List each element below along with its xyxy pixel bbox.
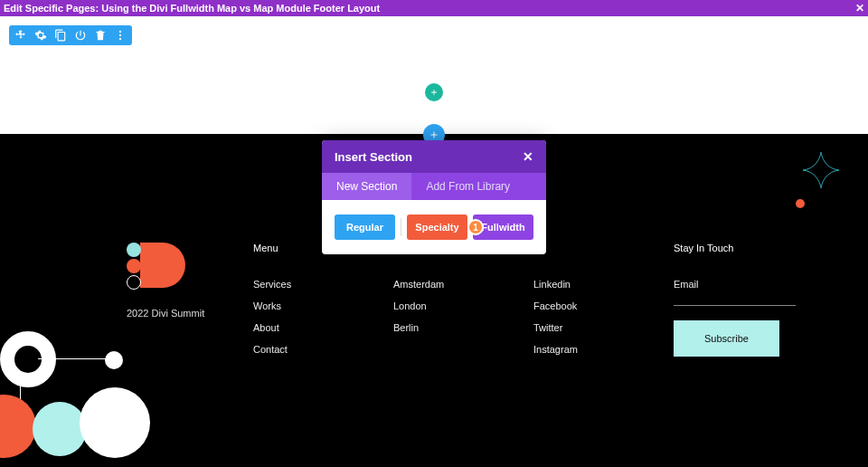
dot-decoration: [796, 199, 805, 208]
section-toolbar: [9, 25, 132, 45]
brand-text: 2022 Divi Summit: [127, 308, 235, 319]
social-link-instagram[interactable]: Instagram: [533, 344, 656, 355]
move-icon[interactable]: [14, 29, 27, 42]
fullwidth-label: Fullwidth: [481, 222, 524, 233]
white-section: [0, 16, 868, 134]
close-icon[interactable]: ✕: [855, 2, 864, 14]
social-link-linkedin[interactable]: Linkedin: [533, 279, 656, 290]
city-link-amsterdam[interactable]: Amsterdam: [393, 279, 515, 290]
tab-add-from-library[interactable]: Add From Library: [411, 173, 524, 200]
subscribe-button[interactable]: Subscribe: [674, 320, 779, 357]
modal-header: Insert Section ✕: [322, 140, 546, 173]
svg-point-0: [119, 31, 121, 33]
trash-icon[interactable]: [94, 29, 107, 42]
step-badge: 1: [467, 219, 484, 235]
modal-body: Regular Specialty 1 Fullwidth: [322, 200, 546, 254]
svg-point-2: [119, 38, 121, 40]
plus-icon: [429, 129, 439, 140]
regular-section-button[interactable]: Regular: [335, 214, 395, 240]
power-icon[interactable]: [74, 29, 87, 42]
city-link-london[interactable]: London: [393, 300, 515, 311]
divider: [401, 218, 401, 236]
footer-social-column: Linkedin Facebook Twitter Instagram: [533, 243, 656, 366]
footer-menu-column: Menu Services Works About Contact: [253, 243, 375, 366]
menu-link-about[interactable]: About: [253, 322, 375, 333]
footer-subscribe-column: Stay In Touch Email Subscribe: [674, 243, 796, 366]
modal-title: Insert Section: [335, 150, 412, 164]
close-icon[interactable]: ✕: [523, 149, 533, 164]
duplicate-icon[interactable]: [54, 29, 67, 42]
email-input[interactable]: [674, 293, 796, 306]
brand-logo: [127, 243, 181, 297]
svg-point-1: [119, 34, 121, 36]
stay-heading: Stay In Touch: [674, 243, 796, 253]
menu-link-services[interactable]: Services: [253, 279, 375, 290]
insert-section-modal: Insert Section ✕ New Section Add From Li…: [322, 140, 546, 254]
menu-link-works[interactable]: Works: [253, 300, 375, 311]
plus-icon: [429, 88, 439, 97]
city-link-berlin[interactable]: Berlin: [393, 322, 515, 333]
social-link-twitter[interactable]: Twitter: [533, 322, 656, 333]
menu-link-contact[interactable]: Contact: [253, 344, 375, 355]
gear-icon[interactable]: [34, 29, 47, 42]
modal-tabs: New Section Add From Library: [322, 173, 546, 200]
fullwidth-section-button[interactable]: 1 Fullwidth: [473, 214, 533, 240]
diamond-decoration: [801, 150, 841, 190]
bottom-decoration: [0, 322, 217, 467]
add-row-button[interactable]: [425, 83, 443, 101]
footer-cities-column: Amsterdam London Berlin: [393, 243, 515, 366]
social-link-facebook[interactable]: Facebook: [533, 300, 656, 311]
more-icon[interactable]: [114, 29, 127, 42]
specialty-section-button[interactable]: Specialty: [407, 214, 467, 240]
page-title: Edit Specific Pages: Using the Divi Full…: [4, 3, 380, 14]
email-label: Email: [674, 279, 796, 290]
tab-new-section[interactable]: New Section: [322, 173, 411, 200]
page-title-bar: Edit Specific Pages: Using the Divi Full…: [0, 0, 868, 16]
